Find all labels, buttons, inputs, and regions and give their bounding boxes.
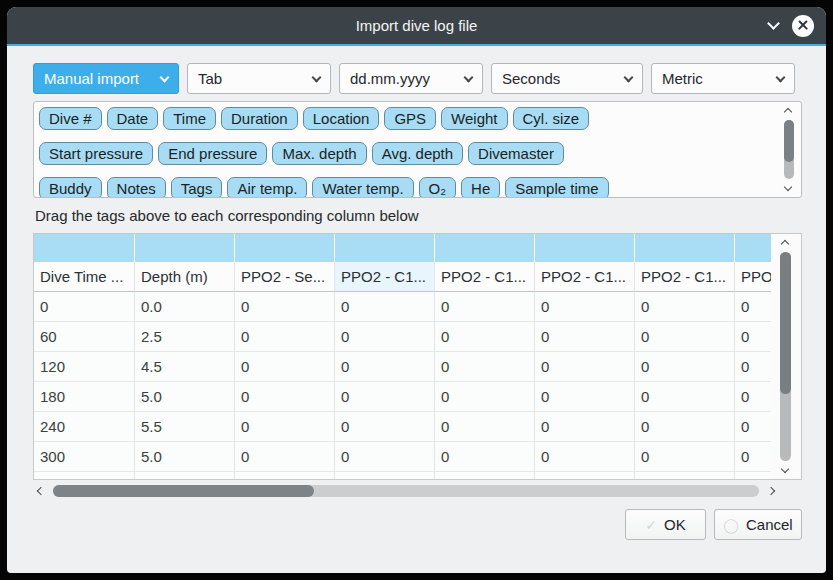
table-cell-r5-c0: 300 <box>34 442 135 472</box>
tag-max-depth[interactable]: Max. depth <box>272 142 366 165</box>
column-header-4[interactable]: PPO2 - C1... <box>435 262 535 292</box>
cancel-circle-icon: ◯ <box>723 517 739 533</box>
tag-water-temp[interactable]: Water temp. <box>312 177 413 198</box>
tag-date[interactable]: Date <box>107 107 159 130</box>
dialog-content: Manual importTabdd.mm.yyyySecondsMetric … <box>7 46 826 540</box>
ok-button[interactable]: ✓ OK <box>625 509 706 540</box>
partial-row-cell <box>435 472 535 479</box>
table-cell-r4-c1: 5.5 <box>135 412 235 442</box>
ok-button-label: OK <box>664 516 686 533</box>
table-vertical-scrollbar[interactable] <box>771 234 801 479</box>
table-horizontal-scrollbar[interactable] <box>33 482 776 499</box>
combo-value: Metric <box>662 70 703 87</box>
scrollbar-thumb[interactable] <box>780 252 791 394</box>
scrollbar-track[interactable] <box>780 252 791 461</box>
partial-row-cell <box>235 472 335 479</box>
table-cell-r5-c4: 0 <box>435 442 535 472</box>
table-cell-r2-c5: 0 <box>535 352 635 382</box>
tag-tags[interactable]: Tags <box>171 177 223 198</box>
close-icon[interactable] <box>792 15 814 37</box>
scroll-left-icon[interactable] <box>37 486 45 494</box>
drop-zone-cell[interactable] <box>335 234 435 262</box>
column-header-0[interactable]: Dive Time ... <box>34 262 135 292</box>
titlebar-icons <box>769 7 814 44</box>
table-cell-r5-c5: 0 <box>535 442 635 472</box>
tag-cyl-size[interactable]: Cyl. size <box>513 107 590 130</box>
table-cell-r0-c5: 0 <box>535 292 635 322</box>
tag-o[interactable]: O₂ <box>419 177 457 198</box>
column-header-5[interactable]: PPO2 - C1... <box>535 262 635 292</box>
table-cell-r5-c3: 0 <box>335 442 435 472</box>
table-cell-r1-c5: 0 <box>535 322 635 352</box>
tag-sample-time[interactable]: Sample time <box>505 177 608 198</box>
tag-location[interactable]: Location <box>303 107 380 130</box>
table-cell-r2-c4: 0 <box>435 352 535 382</box>
table-cell-r3-c4: 0 <box>435 382 535 412</box>
cancel-button[interactable]: ◯ Cancel <box>714 509 802 540</box>
csv-preview-table: Dive Time ...Depth (m)PPO2 - Se...PPO2 -… <box>33 233 802 480</box>
table-cell-r2-c1: 4.5 <box>135 352 235 382</box>
combo-tab[interactable]: Tab <box>187 63 331 94</box>
titlebar: Import dive log file <box>7 7 826 44</box>
table-cell-r0-c0: 0 <box>34 292 135 322</box>
tag-time[interactable]: Time <box>163 107 216 130</box>
scroll-up-icon[interactable] <box>784 108 792 116</box>
table-cell-r4-c7: 0 <box>735 412 771 442</box>
scrollbar-thumb[interactable] <box>53 485 314 497</box>
table-cell-r4-c3: 0 <box>335 412 435 442</box>
drop-zone-cell[interactable] <box>535 234 635 262</box>
scroll-right-icon[interactable] <box>767 486 775 494</box>
column-header-1[interactable]: Depth (m) <box>135 262 235 292</box>
drop-zone-cell[interactable] <box>435 234 535 262</box>
table-cell-r0-c4: 0 <box>435 292 535 322</box>
scrollbar-thumb[interactable] <box>784 120 794 162</box>
scroll-up-icon[interactable] <box>781 240 789 248</box>
scroll-down-icon[interactable] <box>784 183 792 191</box>
combo-seconds[interactable]: Seconds <box>491 63 643 94</box>
tag-buddy[interactable]: Buddy <box>39 177 102 198</box>
column-header-6[interactable]: PPO2 - C1... <box>635 262 735 292</box>
table-cell-r4-c2: 0 <box>235 412 335 442</box>
drop-zone-cell[interactable] <box>34 234 135 262</box>
table-cell-r0-c7: 0 <box>735 292 771 322</box>
drop-zone-cell[interactable] <box>135 234 235 262</box>
tag-air-temp[interactable]: Air temp. <box>227 177 307 198</box>
tag-divemaster[interactable]: Divemaster <box>468 142 564 165</box>
table-cell-r3-c7: 0 <box>735 382 771 412</box>
tag-dive[interactable]: Dive # <box>39 107 102 130</box>
combo-manual-import[interactable]: Manual import <box>33 63 179 94</box>
table-cell-r0-c2: 0 <box>235 292 335 322</box>
drop-zone-cell[interactable] <box>735 234 771 262</box>
tag-weight[interactable]: Weight <box>441 107 507 130</box>
scrollbar-track[interactable] <box>784 120 794 179</box>
tag-end-pressure[interactable]: End pressure <box>158 142 267 165</box>
chevron-down-icon <box>776 72 786 82</box>
table-cell-r3-c5: 0 <box>535 382 635 412</box>
partial-row-cell <box>635 472 735 479</box>
combo-value: Manual import <box>44 70 139 87</box>
tag-gps[interactable]: GPS <box>384 107 436 130</box>
column-header-7[interactable]: PPO2 <box>735 262 771 292</box>
tag-palette-scrollbar[interactable] <box>781 104 797 195</box>
partial-row-cell <box>135 472 235 479</box>
combo-metric[interactable]: Metric <box>651 63 795 94</box>
drop-zone-cell[interactable] <box>235 234 335 262</box>
tag-start-pressure[interactable]: Start pressure <box>39 142 153 165</box>
combo-dd-mm-yyyy[interactable]: dd.mm.yyyy <box>339 63 483 94</box>
rollup-chevron-icon[interactable] <box>767 17 780 30</box>
table-cell-r1-c2: 0 <box>235 322 335 352</box>
scrollbar-track[interactable] <box>53 485 759 497</box>
drop-zone-cell[interactable] <box>635 234 735 262</box>
table-cell-r3-c0: 180 <box>34 382 135 412</box>
chevron-down-icon <box>160 72 170 82</box>
tag-notes[interactable]: Notes <box>107 177 166 198</box>
table-cell-r5-c7: 0 <box>735 442 771 472</box>
tag-duration[interactable]: Duration <box>221 107 298 130</box>
tag-avg-depth[interactable]: Avg. depth <box>372 142 463 165</box>
tag-he[interactable]: He <box>461 177 500 198</box>
scroll-down-icon[interactable] <box>781 465 789 473</box>
table-cell-r2-c2: 0 <box>235 352 335 382</box>
column-header-3[interactable]: PPO2 - C1... <box>335 262 435 292</box>
column-header-2[interactable]: PPO2 - Se... <box>235 262 335 292</box>
table-cell-r2-c6: 0 <box>635 352 735 382</box>
